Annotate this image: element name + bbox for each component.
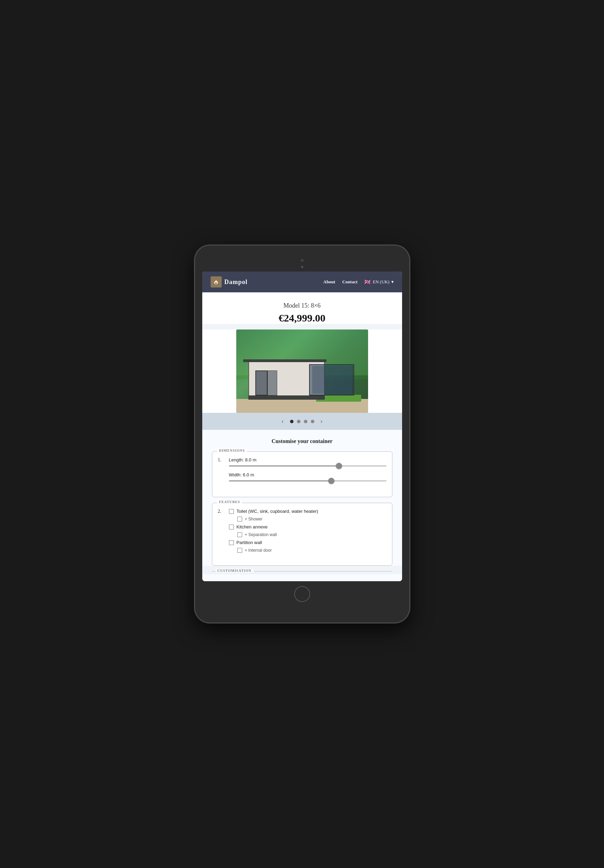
nav-about[interactable]: About — [323, 279, 335, 285]
kitchen-label: Kitchen annexe — [236, 524, 268, 530]
dimensions-row: 1. Length: 8.0 m Width: 6.0 m — [218, 457, 386, 487]
tablet-frame: 🏠 Dampol About Contact 🇬🇧 EN (UK) ▾ Mode… — [195, 245, 410, 623]
navbar: 🏠 Dampol About Contact 🇬🇧 EN (UK) ▾ — [202, 271, 402, 292]
separation-wall-label: + Separation wall — [245, 532, 277, 537]
model-title: Model 15: 8×6 — [209, 302, 395, 309]
model-price: €24,999.00 — [209, 312, 395, 324]
tablet-screen: 🏠 Dampol About Contact 🇬🇧 EN (UK) ▾ Mode… — [202, 271, 402, 581]
partition-wall-checkbox[interactable] — [229, 540, 234, 545]
separation-wall-row: + Separation wall — [237, 532, 386, 537]
kitchen-row: Kitchen annexe — [229, 524, 386, 530]
width-thumb[interactable] — [328, 478, 334, 484]
features-legend: FEATURES — [217, 500, 243, 504]
tablet-camera — [301, 266, 303, 268]
kitchen-checkbox[interactable] — [229, 525, 234, 530]
length-label: Length: 8.0 m — [229, 457, 386, 462]
toilet-label: Toilet (WC, sink, cupboard, water heater… — [236, 508, 318, 514]
customise-title: Customise your container — [212, 438, 392, 445]
width-slider[interactable] — [229, 480, 386, 482]
shower-checkbox[interactable] — [237, 517, 242, 521]
carousel-dot-2[interactable] — [297, 420, 300, 423]
partition-wall-label: Partition wall — [236, 540, 262, 545]
toilet-row: Toilet (WC, sink, cupboard, water heater… — [229, 508, 386, 514]
length-slider[interactable] — [229, 465, 386, 467]
shower-label: + Shower — [245, 517, 263, 521]
logo-text: Dampol — [224, 279, 248, 286]
features-step: 2. — [218, 508, 225, 514]
tablet-home-button[interactable] — [294, 586, 310, 602]
carousel-dot-4[interactable] — [311, 420, 314, 423]
features-content: Toilet (WC, sink, cupboard, water heater… — [229, 508, 386, 555]
internal-door-label: + Internal door — [245, 548, 272, 553]
logo-icon: 🏠 — [210, 276, 222, 287]
logo[interactable]: 🏠 Dampol — [210, 276, 248, 287]
nav-contact[interactable]: Contact — [342, 279, 357, 285]
chevron-down-icon: ▾ — [391, 279, 394, 285]
internal-door-row: + Internal door — [237, 548, 386, 553]
product-image — [236, 330, 368, 413]
language-label: EN (UK) — [372, 279, 389, 285]
length-thumb[interactable] — [336, 463, 342, 469]
features-box: FEATURES 2. Toilet (WC, sink, cupboard, … — [212, 503, 392, 566]
dimensions-step: 1. — [218, 457, 225, 463]
length-fill — [229, 465, 339, 467]
internal-door-checkbox[interactable] — [237, 548, 242, 553]
product-image-container — [202, 330, 402, 413]
separation-wall-checkbox[interactable] — [237, 532, 242, 537]
carousel-bar: ‹ › — [202, 413, 402, 430]
dimensions-legend: DIMENSIONS — [217, 449, 247, 453]
width-fill — [229, 480, 331, 482]
toilet-checkbox[interactable] — [229, 509, 234, 514]
flag-icon: 🇬🇧 — [364, 279, 371, 285]
shower-row: + Shower — [237, 517, 386, 521]
carousel-prev[interactable]: ‹ — [279, 418, 287, 425]
customisation-peek: CUSTOMISATION — [212, 571, 392, 574]
bottom-spacer — [202, 574, 402, 581]
nav-language[interactable]: 🇬🇧 EN (UK) ▾ — [364, 279, 394, 285]
product-header: Model 15: 8×6 €24,999.00 — [202, 292, 402, 324]
dimensions-content: Length: 8.0 m Width: 6.0 m — [229, 457, 386, 487]
customise-section: Customise your container DIMENSIONS 1. L… — [202, 430, 402, 566]
dimensions-box: DIMENSIONS 1. Length: 8.0 m Width: 6.0 m — [212, 451, 392, 497]
carousel-next[interactable]: › — [318, 418, 325, 425]
carousel-dot-1[interactable] — [290, 420, 294, 423]
features-row: 2. Toilet (WC, sink, cupboard, water hea… — [218, 508, 386, 555]
carousel-dot-3[interactable] — [304, 420, 307, 423]
nav-links: About Contact 🇬🇧 EN (UK) ▾ — [323, 279, 394, 285]
customisation-legend: CUSTOMISATION — [215, 569, 253, 572]
width-label: Width: 6.0 m — [229, 472, 386, 477]
partition-wall-row: Partition wall — [229, 540, 386, 545]
